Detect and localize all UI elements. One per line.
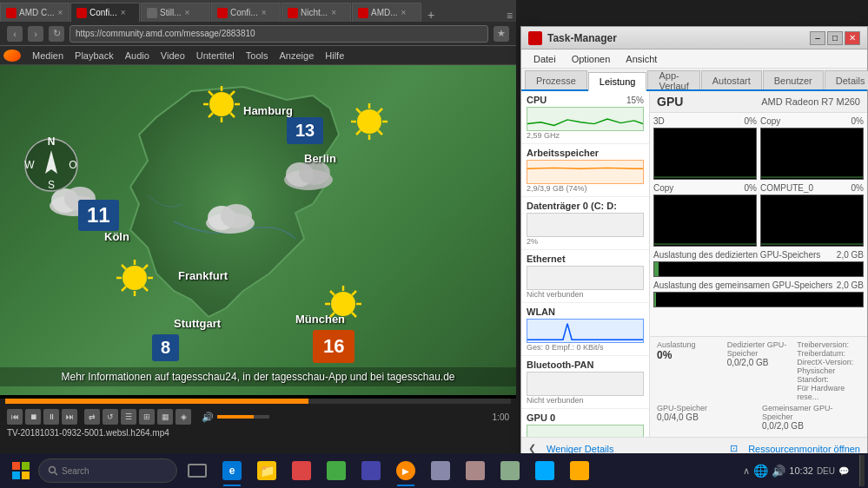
svg-text:W: W: [24, 159, 35, 171]
sidebar-item-memory[interactable]: Arbeitsspeicher 2,9/3,9 GB (74%): [521, 144, 649, 197]
vlc-repeat-button[interactable]: ↺: [103, 409, 118, 425]
address-input[interactable]: [70, 25, 488, 43]
forward-button[interactable]: ›: [28, 26, 43, 42]
dedi-speicher-value: 0,0/2,0 GB: [727, 358, 791, 367]
svg-rect-58: [12, 472, 20, 479]
tab-4[interactable]: Confi... ×: [211, 3, 281, 22]
tab-6[interactable]: AMD... ×: [352, 3, 421, 22]
bookmark-button[interactable]: ★: [494, 26, 509, 42]
taskbar-app-explorer[interactable]: 📁: [250, 455, 283, 486]
vlc-seekbar[interactable]: [5, 399, 511, 404]
sidebar-item-bluetooth[interactable]: Bluetooth-PAN Nicht verbunden: [521, 356, 649, 409]
tm-menu-optionen[interactable]: Optionen: [565, 52, 618, 66]
taskbar-app-8[interactable]: [459, 455, 492, 486]
taskbar-app-5[interactable]: [354, 455, 388, 486]
vlc-snap-button[interactable]: ◈: [176, 409, 191, 425]
tab-leistung[interactable]: Leistung: [588, 72, 647, 91]
taskbar-app-7[interactable]: [424, 455, 457, 486]
vlc-menu-medien[interactable]: Medien: [27, 50, 69, 61]
city-hamburg: Hamburg: [243, 104, 293, 117]
sidebar-item-cpu[interactable]: CPU 15% 2,59 GHz: [521, 91, 649, 144]
vlc-menu-untertitel[interactable]: Untertitel: [191, 50, 240, 61]
vlc-playlist-button[interactable]: ☰: [121, 409, 136, 425]
search-icon: [48, 465, 58, 476]
vlc-menu-hilfe[interactable]: Hilfe: [320, 50, 349, 61]
dedi-mem-label: Auslastung des dedizierten GPU-Speichers…: [653, 250, 864, 260]
tab-benutzer[interactable]: Benutzer: [763, 70, 824, 89]
vlc-menu-audio[interactable]: Audio: [120, 50, 155, 61]
vlc-stop-button[interactable]: ⏹: [25, 409, 41, 425]
tray-up-arrow[interactable]: ∧: [743, 465, 750, 477]
less-details-button[interactable]: Weniger Details: [547, 444, 613, 454]
tm-close-button[interactable]: ✕: [845, 31, 860, 45]
tab-close-4[interactable]: ×: [262, 8, 267, 17]
new-tab-button[interactable]: +: [422, 8, 440, 22]
taskbar-app-edge[interactable]: e: [215, 455, 248, 486]
tray-notification-icon[interactable]: 💬: [838, 466, 849, 476]
shared-mem-fill: [654, 293, 656, 307]
start-button[interactable]: [3, 455, 38, 486]
browser-menu-button[interactable]: ≡: [503, 10, 516, 22]
app-11-icon: [570, 461, 589, 480]
back-button[interactable]: ‹: [7, 26, 23, 42]
taskbar-search[interactable]: Search: [38, 458, 177, 483]
taskbar-app-task-view[interactable]: [181, 455, 214, 486]
tab-5[interactable]: Nicht... ×: [282, 3, 351, 22]
sidebar-item-gpu0[interactable]: GPU 0 Intel(R) HD Graphics 55 10%: [521, 409, 649, 437]
vlc-ext-button[interactable]: ⊞: [139, 409, 155, 425]
taskbar-app-10[interactable]: [528, 455, 561, 486]
tab-autostart[interactable]: Autostart: [701, 70, 762, 89]
show-desktop-button[interactable]: [859, 455, 865, 486]
vlc-frame-button[interactable]: ▦: [157, 409, 173, 425]
reload-button[interactable]: ↻: [49, 26, 64, 42]
tab-icon-2: [76, 8, 87, 18]
taskbar-app-4[interactable]: [320, 455, 353, 486]
windows-taskbar: Search e 📁 ▶: [0, 453, 868, 488]
taskbar-app-3[interactable]: [285, 455, 318, 486]
tab-1[interactable]: AMD C... ×: [0, 3, 70, 22]
tab-details[interactable]: Details: [825, 70, 868, 89]
tm-menu-datei[interactable]: Datei: [527, 52, 563, 66]
taskbar-app-9[interactable]: [494, 455, 527, 486]
tray-volume-icon[interactable]: 🔊: [772, 465, 785, 478]
auslastung-value: 0%: [657, 349, 720, 361]
tab-close-3[interactable]: ×: [184, 8, 189, 17]
svg-line-7: [230, 113, 235, 117]
vlc-next-button[interactable]: ⏭: [62, 409, 77, 425]
shared-mem-label: Auslastung des gemeinsamen GPU-Speichers…: [653, 280, 864, 290]
vlc-menu-video[interactable]: Video: [156, 50, 190, 61]
tab-close-5[interactable]: ×: [331, 8, 336, 17]
tab-close-1[interactable]: ×: [58, 8, 63, 17]
gpu-panel-header: GPU AMD Radeon R7 M260: [650, 91, 867, 113]
tm-maximize-button[interactable]: □: [827, 31, 843, 45]
vlc-pause-button[interactable]: ⏸: [43, 409, 59, 425]
taskbar-app-vlc[interactable]: ▶: [389, 455, 422, 486]
tab-app-verlauf[interactable]: App-Verlauf: [647, 70, 699, 89]
tab-prozesse[interactable]: Prozesse: [525, 70, 587, 89]
tm-minimize-button[interactable]: –: [810, 31, 825, 45]
tab-close-2[interactable]: ×: [121, 8, 126, 17]
ethernet-mini-graph: [527, 266, 644, 290]
taskbar-app-11[interactable]: [563, 455, 596, 486]
vlc-menu-tools[interactable]: Tools: [241, 50, 274, 61]
vlc-menu-playback[interactable]: Playback: [70, 50, 119, 61]
sidebar-item-ethernet[interactable]: Ethernet Nicht verbunden: [521, 250, 649, 303]
resource-monitor-button[interactable]: Ressourcenmonitor öffnen: [748, 444, 860, 454]
vlc-prev-button[interactable]: ⏮: [7, 409, 23, 425]
tray-network-icon[interactable]: 🌐: [753, 464, 768, 478]
tab-2[interactable]: Confi... ×: [70, 3, 140, 22]
task-manager-content: CPU 15% 2,59 GHz Arbeitsspeicher: [521, 91, 867, 437]
shared-memory-gauge: Auslastung des gemeinsamen GPU-Speichers…: [653, 280, 864, 307]
vlc-menu-anzeige[interactable]: Anzeige: [275, 50, 320, 61]
tab-3[interactable]: Still... ×: [141, 3, 210, 22]
sidebar-item-disk[interactable]: Datenträger 0 (C: D: 2%: [521, 197, 649, 250]
svg-line-18: [356, 130, 361, 135]
sidebar-item-wlan[interactable]: WLAN Ges: 0 Empf.: 0 KBit/s: [521, 303, 649, 356]
vlc-shuffle-button[interactable]: ⇄: [84, 409, 100, 425]
tab-close-6[interactable]: ×: [401, 8, 407, 17]
task-view-icon: [188, 464, 207, 478]
tm-menu-ansicht[interactable]: Ansicht: [619, 52, 664, 66]
vlc-video-area[interactable]: N S W O Hamburg Berlin Köln Frankfurt St…: [0, 65, 516, 395]
task-manager-tabs: Prozesse Leistung App-Verlauf Autostart …: [521, 69, 867, 91]
vlc-volume-slider[interactable]: [217, 415, 269, 419]
